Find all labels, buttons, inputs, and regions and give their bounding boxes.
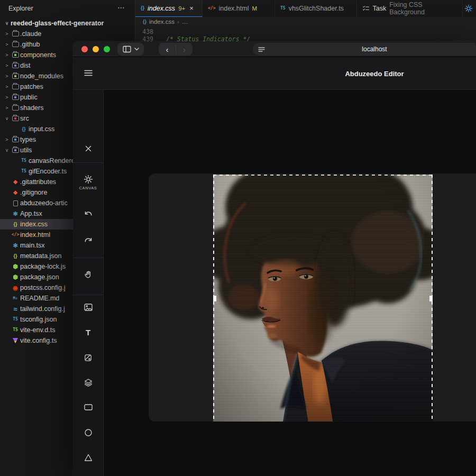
- folder-green-icon: [12, 74, 19, 79]
- zoom-window-button[interactable]: [104, 46, 110, 52]
- tree-item-label: components: [20, 51, 56, 59]
- doc-icon: [13, 200, 18, 206]
- screen: Explorer ⋯ ∨ reeded-glass-effect-generat…: [0, 0, 476, 476]
- tree-item-label: App.tsx: [20, 210, 42, 217]
- tree-item-label: index.html: [20, 231, 50, 239]
- url-text: localhost: [362, 45, 387, 53]
- react-icon: ✻: [13, 211, 17, 217]
- tab-vhsglitchshader[interactable]: TS vhsGlitchShader.ts: [275, 0, 357, 17]
- chevron-right-icon: >: [3, 42, 11, 47]
- selection-border-top: [213, 175, 433, 176]
- tree-item-label: src: [20, 115, 29, 122]
- line-number: 438: [135, 28, 153, 35]
- tree-item-label: metadata.json: [20, 252, 62, 260]
- tree-item-label: .claude: [20, 30, 41, 38]
- rectangle-tool-button[interactable]: [79, 398, 97, 416]
- browser-titlebar: ‹ › localhost: [73, 41, 476, 57]
- git-icon: ◆: [13, 190, 17, 195]
- close-panel-button[interactable]: [79, 140, 97, 158]
- folder-purple-icon: [12, 95, 19, 100]
- tree-item-label: input.css: [29, 125, 54, 133]
- editor-actions-gear-icon[interactable]: [464, 4, 473, 13]
- tree-item-label: main.tsx: [20, 242, 45, 249]
- triangle-tool-button[interactable]: [79, 448, 97, 466]
- ts-green-icon: TS: [13, 328, 18, 332]
- folder-green-icon: [12, 52, 19, 58]
- tab-task[interactable]: Task Fixing CSS Background: [357, 0, 463, 17]
- tailwind-icon: ≈: [13, 306, 17, 313]
- tree-item-label: public: [20, 94, 38, 101]
- resize-handle-left[interactable]: [213, 296, 216, 301]
- undo-icon: [84, 210, 93, 218]
- tree-item-label: gifEncoder.ts: [29, 168, 67, 175]
- md-icon: M↓: [13, 296, 17, 300]
- tree-item-label: node_modules: [20, 72, 63, 80]
- ellipse-tool-button[interactable]: [79, 424, 97, 442]
- tree-item-label: package-lock.js: [20, 263, 66, 270]
- explorer-title: Explorer: [8, 5, 33, 12]
- tree-item-label: .gitignore: [20, 189, 47, 196]
- code-orange-icon: </>: [12, 233, 19, 237]
- tree-item-label: tailwind.config.j: [20, 305, 65, 313]
- breadcrumb-more: …: [182, 19, 188, 25]
- tree-item-label: vite.config.ts: [20, 337, 57, 344]
- folder-icon: [12, 84, 19, 89]
- sidebar-icon: [123, 45, 131, 53]
- tab-problem-badge: 9+: [178, 5, 185, 12]
- folder-blue-icon: [12, 137, 19, 142]
- chevron-right-icon: >: [3, 105, 11, 111]
- postcss-icon: ◉: [13, 285, 18, 291]
- tab-label: index.css: [148, 5, 175, 12]
- undo-button[interactable]: [79, 205, 97, 223]
- redo-button[interactable]: [79, 232, 97, 250]
- tree-root[interactable]: ∨ reeded-glass-effect-generator: [0, 18, 135, 29]
- portrait-image-layer[interactable]: [213, 175, 433, 422]
- ts-icon: TS: [13, 317, 18, 322]
- chevron-right-icon: >: [3, 137, 11, 142]
- editor-canvas-area[interactable]: [104, 90, 476, 476]
- tree-item-label: types: [20, 136, 36, 143]
- tree-item-label: README.md: [20, 295, 59, 302]
- minimize-window-button[interactable]: [93, 46, 99, 52]
- tree-item-label: .github: [20, 41, 40, 48]
- react-icon: ✻: [13, 243, 17, 249]
- tab-index-css[interactable]: {} index.css 9+ ×: [135, 0, 203, 17]
- ts-icon: TS: [280, 6, 286, 11]
- text-tool-button[interactable]: T: [79, 323, 97, 341]
- close-icon[interactable]: ×: [189, 4, 194, 12]
- forward-button[interactable]: ›: [176, 45, 193, 54]
- braces-icon: {}: [143, 20, 147, 24]
- checklist-icon: [362, 5, 369, 12]
- swatches-button[interactable]: [79, 349, 97, 367]
- layers-button[interactable]: [79, 373, 97, 391]
- tree-item-label: package.json: [20, 273, 59, 281]
- folder-icon: [12, 42, 19, 47]
- explorer-more-icon[interactable]: ⋯: [117, 3, 125, 12]
- vscode-tab-bar: {} index.css 9+ × </> index.html M TS vh…: [135, 0, 476, 17]
- tree-item-label: index.css: [20, 221, 48, 228]
- tab-index-html[interactable]: </> index.html M: [203, 0, 275, 17]
- menu-hamburger-icon[interactable]: [84, 70, 93, 76]
- address-bar[interactable]: localhost: [253, 43, 476, 56]
- back-button[interactable]: ‹: [159, 45, 176, 54]
- tab-label: Task: [372, 5, 386, 12]
- tree-item-label: .gitattributes: [20, 178, 56, 186]
- tree-item-.claude[interactable]: >.claude: [0, 29, 135, 39]
- tab-label: vhsGlitchShader.ts: [289, 5, 344, 12]
- close-window-button[interactable]: [81, 46, 88, 52]
- breadcrumb[interactable]: {} index.css › …: [135, 17, 476, 26]
- git-icon: ◆: [13, 179, 17, 185]
- pan-tool-button[interactable]: [79, 266, 97, 283]
- canvas-label: CANVAS: [79, 186, 97, 190]
- add-image-button[interactable]: [79, 298, 97, 316]
- portrait-graphic: [213, 175, 433, 422]
- tab-label: index.html: [218, 5, 249, 12]
- browser-sidebar-toggle[interactable]: [117, 43, 144, 56]
- resize-handle-right[interactable]: [429, 296, 433, 301]
- braces-yellow-icon: {}: [13, 222, 17, 227]
- node-icon: [13, 264, 18, 269]
- gear-icon: [84, 175, 93, 184]
- braces-icon: {}: [141, 6, 144, 11]
- browser-nav-group: ‹ ›: [159, 43, 193, 56]
- tree-item-label: tsconfig.json: [20, 316, 57, 323]
